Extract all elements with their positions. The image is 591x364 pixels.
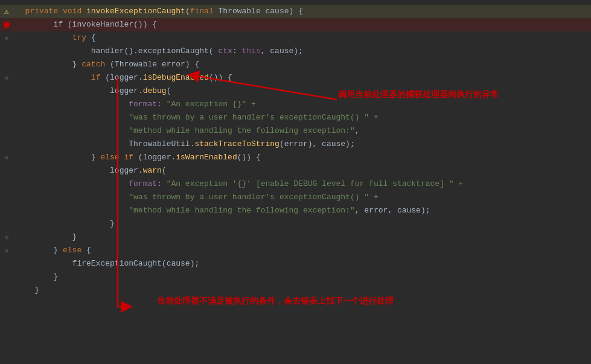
code-line: "was thrown by a user handler's exceptio… [0, 191, 591, 204]
code-line: } [0, 270, 591, 284]
code-line: format: "An exception {}" + [0, 98, 591, 111]
code-line: ◇ } else if (logger.isWarnEnabled()) { [0, 151, 591, 164]
code-text: format: "An exception {}" + [13, 98, 256, 111]
code-line: } [0, 217, 591, 231]
code-line: } [0, 284, 591, 297]
code-line: ◇ if (logger.isDebugEnabled()) { [0, 71, 591, 85]
code-line: ThrowableUtil.stackTraceToString(error),… [0, 138, 591, 151]
diamond-icon: ◇ [5, 74, 8, 81]
code-line: ◇ } else { [0, 244, 591, 257]
code-text: "was thrown by a user handler's exceptio… [13, 111, 379, 124]
code-line: "was thrown by a user handler's exceptio… [0, 111, 591, 124]
code-line: ⚠ private void invokeExceptionCaught(fin… [0, 5, 591, 18]
code-line: logger.warn( [0, 164, 591, 177]
code-text: if (invokeHandler()) { [13, 18, 157, 31]
code-line: format: "An exception '{}' [enable DEBUG… [0, 177, 591, 191]
code-text: } else if (logger.isWarnEnabled()) { [13, 151, 261, 164]
code-line: } catch (Throwable error) { [0, 58, 591, 71]
code-line: logger.debug( [0, 85, 591, 98]
diamond-icon: ◇ [5, 234, 8, 241]
code-line: "method while handling the following exc… [0, 124, 591, 138]
code-text: } else { [13, 244, 91, 257]
code-line: if (invokeHandler()) { [0, 18, 591, 31]
code-text: logger.debug( [13, 85, 171, 98]
code-text: ThrowableUtil.stackTraceToString(error),… [13, 138, 355, 151]
diamond-icon: ◇ [5, 154, 8, 161]
code-text: } catch (Throwable error) { [13, 58, 199, 71]
code-line: fireExceptionCaught(cause); [0, 257, 591, 270]
code-text: try { [13, 31, 96, 45]
code-text: } [13, 231, 77, 244]
code-text: } [13, 270, 58, 284]
code-line: "method while handling the following exc… [0, 204, 591, 217]
code-text: format: "An exception '{}' [enable DEBUG… [13, 177, 463, 191]
diamond-icon: ◇ [5, 247, 8, 254]
diamond-icon: ◇ [5, 34, 8, 42]
code-text: "method while handling the following exc… [13, 124, 360, 138]
code-text: "method while handling the following exc… [13, 204, 430, 217]
code-editor: ⚠ private void invokeExceptionCaught(fin… [0, 0, 591, 364]
code-text: private void invokeExceptionCaught(final… [13, 5, 303, 18]
code-text: } [13, 284, 39, 297]
annotation-2: 当前处理器不满足被执行的条件，会去链表上找下一个进行处理 [157, 296, 394, 307]
code-text: } [13, 217, 115, 231]
warning-icon: ⚠ [4, 7, 9, 16]
code-text: handler().exceptionCaught( ctx: this, ca… [13, 45, 303, 58]
code-text: if (logger.isDebugEnabled()) { [13, 71, 232, 85]
code-line: handler().exceptionCaught( ctx: this, ca… [0, 45, 591, 58]
annotation-1: 调用当前处理器的捕获处理器间执行的异常 [338, 89, 499, 100]
breakpoint-icon[interactable] [4, 22, 10, 28]
code-text: logger.warn( [13, 164, 167, 177]
code-line: ◇ try { [0, 31, 591, 45]
code-line: ◇ } [0, 231, 591, 244]
code-text: "was thrown by a user handler's exceptio… [13, 191, 379, 204]
code-text: fireExceptionCaught(cause); [13, 257, 199, 270]
